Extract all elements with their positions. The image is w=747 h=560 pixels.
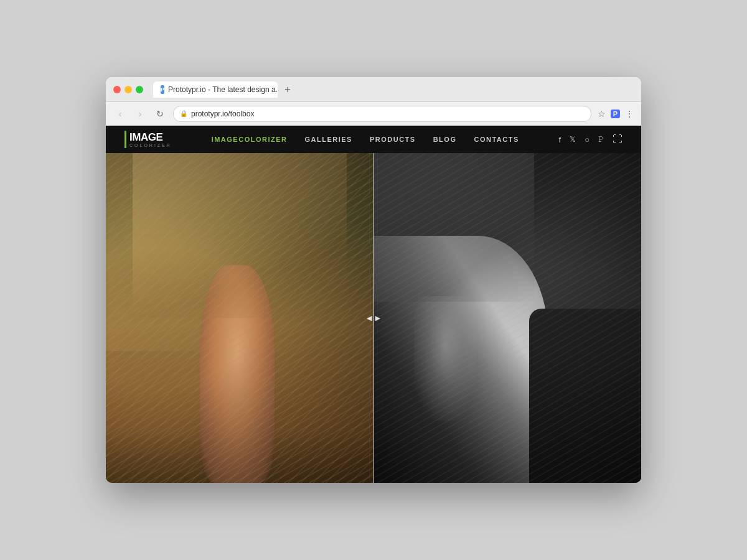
bokeh-2 (146, 252, 221, 327)
nav-contacts[interactable]: CONTACTS (474, 136, 519, 143)
extension-icon[interactable]: P (611, 110, 620, 118)
hair-warm-overlay (106, 219, 374, 483)
bg-foliage (106, 153, 374, 483)
logo-sub: COLORIZER (129, 143, 172, 147)
close-button[interactable] (113, 86, 121, 93)
website-content: IMAGE COLORIZER IMAGECOLORIZER GALLERIES… (106, 126, 641, 483)
twitter-icon[interactable]: 𝕏 (570, 135, 576, 144)
bokeh-1 (120, 186, 169, 236)
bokeh-4 (111, 335, 167, 391)
vignette-left (106, 153, 374, 483)
site-nav: IMAGE COLORIZER IMAGECOLORIZER GALLERIES… (106, 126, 641, 153)
person-right (374, 236, 548, 483)
browser-window: P Prototypr.io - The latest design a... … (106, 77, 641, 483)
hero-colorized (106, 153, 374, 483)
forward-button[interactable]: › (133, 107, 147, 121)
logo-text: IMAGE COLORIZER (129, 132, 172, 147)
refresh-button[interactable]: ↻ (153, 107, 167, 121)
nav-imagecolorizer[interactable]: IMAGECOLORIZER (212, 136, 288, 143)
url-text: prototypr.io/toolbox (191, 110, 254, 118)
facebook-icon[interactable]: f (559, 135, 561, 144)
bookmark-icon[interactable]: ☆ (598, 109, 606, 119)
active-tab[interactable]: P Prototypr.io - The latest design a... … (153, 82, 278, 98)
menu-icon[interactable]: ⋮ (625, 109, 634, 119)
pinterest-icon[interactable]: 𝙿 (598, 134, 604, 144)
nav-links: IMAGECOLORIZER GALLERIES PRODUCTS BLOG C… (212, 136, 519, 143)
face-highlight (414, 296, 476, 421)
vignette-right (374, 153, 641, 483)
nav-blog[interactable]: BLOG (433, 136, 457, 143)
fullscreen-icon[interactable]: ⛶ (613, 134, 622, 145)
dark-jacket (529, 309, 641, 483)
site-logo: IMAGE COLORIZER (125, 131, 172, 148)
drag-left-arrow: ◄ (365, 313, 374, 323)
hair-left (106, 153, 374, 351)
logo-main: IMAGE (129, 132, 172, 142)
minimize-button[interactable] (125, 86, 132, 93)
tab-favicon: P (161, 85, 164, 94)
maximize-button[interactable] (136, 86, 143, 93)
drag-handle[interactable]: ◄ ► (365, 313, 382, 323)
nav-social: f 𝕏 ○ 𝙿 ⛶ (559, 134, 622, 145)
logo-bracket (125, 131, 126, 148)
new-tab-button[interactable]: + (280, 82, 295, 97)
nav-galleries[interactable]: GALLERIES (304, 136, 352, 143)
address-actions: ☆ P ⋮ (598, 109, 634, 119)
tab-bar: P Prototypr.io - The latest design a... … (153, 82, 634, 98)
traffic-lights (113, 86, 143, 93)
instagram-icon[interactable]: ○ (585, 135, 590, 144)
drag-right-arrow: ► (374, 313, 382, 323)
hero-grayscale (374, 153, 641, 483)
bg-dark (374, 153, 641, 483)
hair-gray (374, 153, 534, 302)
address-bar: ‹ › ↻ 🔒 prototypr.io/toolbox ☆ P ⋮ (106, 102, 641, 126)
comparison-divider[interactable]: ◄ ► (373, 153, 374, 483)
nav-products[interactable]: PRODUCTS (370, 136, 416, 143)
title-bar: P Prototypr.io - The latest design a... … (106, 77, 641, 102)
lock-icon: 🔒 (180, 110, 187, 117)
face-left (200, 265, 275, 483)
hair-top (133, 153, 347, 318)
address-input[interactable]: 🔒 prototypr.io/toolbox (173, 106, 591, 122)
back-button[interactable]: ‹ (113, 107, 127, 121)
bokeh-3 (213, 170, 250, 207)
hero-image[interactable]: ◄ ► (106, 153, 641, 483)
tab-title: Prototypr.io - The latest design a... (168, 85, 278, 94)
